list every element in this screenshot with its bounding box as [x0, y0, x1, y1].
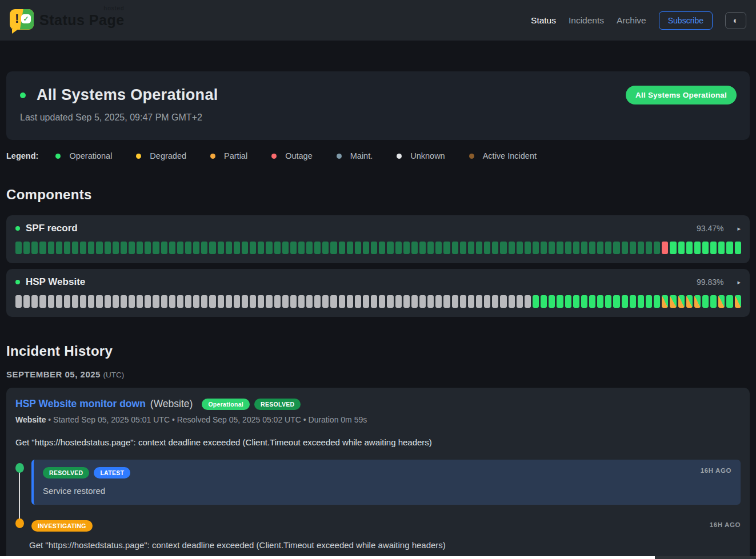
uptime-bar [597, 242, 603, 254]
uptime-bar [605, 242, 611, 254]
uptime-bar [435, 242, 442, 254]
uptime-bar [686, 295, 693, 308]
uptime-bar [80, 242, 86, 254]
legend-item-active-incident: Active Incident [469, 151, 537, 160]
legend-item-label: Outage [285, 151, 313, 160]
nav-incidents[interactable]: Incidents [569, 15, 604, 26]
legend-item-operational: Operational [55, 151, 112, 160]
operational-dot-icon [55, 154, 61, 159]
uptime-bar [39, 295, 46, 308]
expand-arrow-icon[interactable]: ▸ [737, 225, 741, 232]
uptime-bar [411, 242, 418, 254]
latest-update-box: RESOLVED LATEST 16H AGO Service restored [31, 460, 741, 505]
uptime-bar [557, 242, 563, 254]
brand-name: Status Page hosted [39, 12, 125, 29]
uptime-bar [427, 295, 434, 308]
uptime-bar [500, 242, 506, 254]
uptime-bar [670, 242, 676, 254]
legend-item-label: Maint. [350, 151, 373, 160]
incident-meta: Website • Started Sep 05, 2025 05:01 UTC… [15, 415, 741, 424]
overall-status-title: All Systems Operational [37, 86, 218, 104]
theme-toggle-button[interactable]: ◐ [725, 12, 746, 29]
uptime-bar [226, 242, 232, 254]
uptime-bar [314, 242, 321, 254]
uptime-bar [314, 295, 321, 308]
update-message: Get "https://hostedstatus.page": context… [29, 540, 741, 550]
uptime-bar [533, 295, 539, 308]
nav-status[interactable]: Status [531, 15, 556, 26]
uptime-bar [476, 242, 482, 254]
uptime-bar [15, 242, 22, 254]
component-header[interactable]: SPF record 93.47% ▸ [15, 223, 741, 234]
uptime-bar [557, 295, 563, 308]
component-card-hsp-website: HSP Website 99.83% ▸ [6, 269, 750, 317]
uptime-bar [533, 242, 539, 254]
uptime-bar [218, 295, 224, 308]
uptime-bar [403, 242, 410, 254]
uptime-bar [322, 295, 329, 308]
component-header[interactable]: HSP Website 99.83% ▸ [15, 276, 741, 288]
uptime-bar [298, 295, 305, 308]
uptime-bar [613, 242, 619, 254]
incident-description: Get "https://hostedstatus.page": context… [15, 437, 741, 447]
uptime-bar [161, 242, 167, 254]
uptime-bar [565, 242, 571, 254]
brand-logo[interactable]: ! ✓ Status Page hosted [10, 9, 125, 32]
uptime-bar [121, 295, 127, 308]
maint-dot-icon [337, 154, 342, 159]
uptime-bar [298, 242, 305, 254]
uptime-bar [56, 295, 62, 308]
uptime-bar [64, 242, 70, 254]
uptime-bar [443, 242, 450, 254]
expand-arrow-icon[interactable]: ▸ [737, 279, 741, 286]
status-banner: All Systems Operational Last updated Sep… [6, 71, 750, 140]
uptime-bar [379, 242, 385, 254]
previous-update: INVESTIGATING 16H AGO Get "https://hoste… [31, 520, 741, 550]
uptime-bar [250, 295, 256, 308]
legend-item-label: Operational [69, 151, 112, 160]
nav-archive[interactable]: Archive [617, 15, 646, 26]
incident-history-heading: Incident History [6, 343, 750, 359]
uptime-bar [726, 295, 733, 308]
uptime-bar [145, 295, 151, 308]
uptime-bar [630, 242, 636, 254]
uptime-bar [484, 295, 490, 308]
uptime-bar [573, 242, 579, 254]
uptime-bar [145, 242, 151, 254]
uptime-bar [605, 295, 611, 308]
uptime-bar [322, 242, 329, 254]
uptime-bar [339, 242, 345, 254]
uptime-bar [218, 242, 224, 254]
incident-meta-component: Website [15, 415, 46, 424]
uptime-bar-chart [15, 295, 741, 308]
uptime-bar [193, 295, 199, 308]
subscribe-button[interactable]: Subscribe [659, 11, 713, 30]
uptime-bar [137, 295, 143, 308]
uptime-bar [234, 242, 240, 254]
legend-item-unknown: Unknown [397, 151, 445, 160]
outage-dot-icon [271, 154, 277, 159]
uptime-bar [153, 295, 159, 308]
uptime-bar [153, 242, 159, 254]
uptime-bar [201, 295, 207, 308]
component-card-spf-record: SPF record 93.47% ▸ [6, 215, 750, 263]
uptime-bar [250, 242, 256, 254]
legend-item-label: Degraded [150, 151, 186, 160]
exclamation-icon: ! [15, 11, 19, 26]
incident-title-link[interactable]: HSP Website monitor down [15, 398, 146, 410]
uptime-bar [347, 295, 353, 308]
uptime-bar [646, 295, 652, 308]
uptime-bar [96, 295, 102, 308]
uptime-bar [581, 295, 587, 308]
uptime-bar [622, 242, 628, 254]
uptime-bar [549, 295, 555, 308]
uptime-bar [56, 242, 62, 254]
uptime-bar [282, 242, 289, 254]
uptime-bar [80, 295, 86, 308]
uptime-bar [573, 295, 579, 308]
uptime-bar [193, 242, 199, 254]
legend-item-degraded: Degraded [136, 151, 186, 160]
uptime-bar [72, 295, 78, 308]
uptime-bar [726, 242, 733, 254]
uptime-bar [363, 295, 369, 308]
